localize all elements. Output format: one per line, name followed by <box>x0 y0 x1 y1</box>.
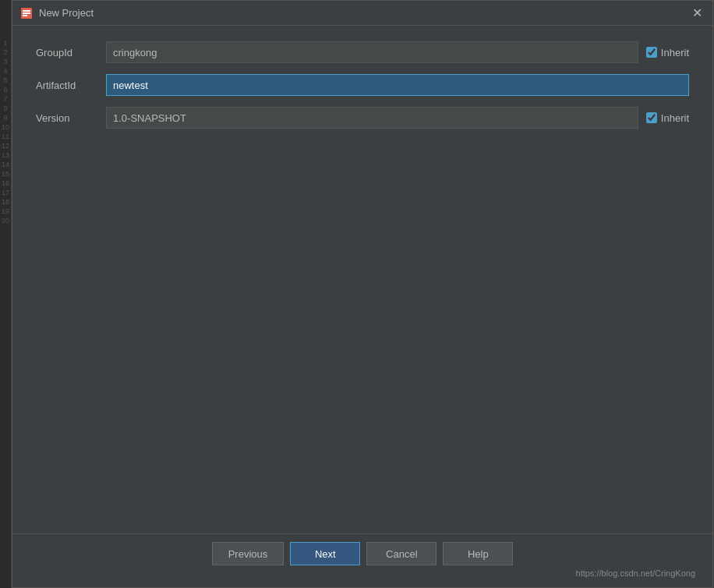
groupid-input[interactable] <box>106 41 638 63</box>
title-bar: New Project ✕ <box>12 1 712 26</box>
status-url: https://blog.csdn.net/CringKong <box>576 569 695 578</box>
project-icon <box>20 7 33 19</box>
svg-rect-3 <box>23 15 27 16</box>
cancel-button[interactable]: Cancel <box>366 542 437 565</box>
dialog-content: GroupId Inherit ArtifactId Version Inher… <box>12 26 712 533</box>
dialog-title: New Project <box>39 7 94 19</box>
groupid-row: GroupId Inherit <box>36 41 689 63</box>
version-label: Version <box>36 112 98 124</box>
title-bar-left: New Project <box>20 7 94 19</box>
version-input[interactable] <box>106 107 638 129</box>
status-bar: https://blog.csdn.net/CringKong <box>28 569 697 579</box>
content-spacer <box>36 140 689 518</box>
help-button[interactable]: Help <box>443 542 513 565</box>
new-project-dialog: New Project ✕ GroupId Inherit ArtifactId… <box>12 0 713 588</box>
version-inherit-check[interactable]: Inherit <box>646 112 689 124</box>
previous-button[interactable]: Previous <box>212 542 285 565</box>
version-inherit-checkbox[interactable] <box>646 112 657 123</box>
svg-rect-2 <box>23 12 30 14</box>
version-row: Version Inherit <box>36 107 689 129</box>
left-sidebar: 1 2 3 4 5 6 7 8 9 10 11 12 13 14 15 16 1… <box>0 0 12 588</box>
next-button[interactable]: Next <box>290 542 360 565</box>
line-numbers: 1 2 3 4 5 6 7 8 9 10 11 12 13 14 15 16 1… <box>0 0 11 225</box>
svg-rect-1 <box>23 10 30 12</box>
artifactid-row: ArtifactId <box>36 74 689 96</box>
groupid-inherit-check[interactable]: Inherit <box>646 47 689 58</box>
close-button[interactable]: ✕ <box>689 5 705 21</box>
button-row: Previous Next Cancel Help <box>28 542 697 565</box>
version-inherit-label: Inherit <box>661 112 689 124</box>
artifactid-label: ArtifactId <box>36 80 98 91</box>
artifactid-input[interactable] <box>106 74 689 96</box>
bottom-bar: Previous Next Cancel Help https://blog.c… <box>12 533 712 587</box>
groupid-label: GroupId <box>36 47 98 58</box>
groupid-inherit-checkbox[interactable] <box>646 47 657 58</box>
groupid-inherit-label: Inherit <box>661 47 689 58</box>
